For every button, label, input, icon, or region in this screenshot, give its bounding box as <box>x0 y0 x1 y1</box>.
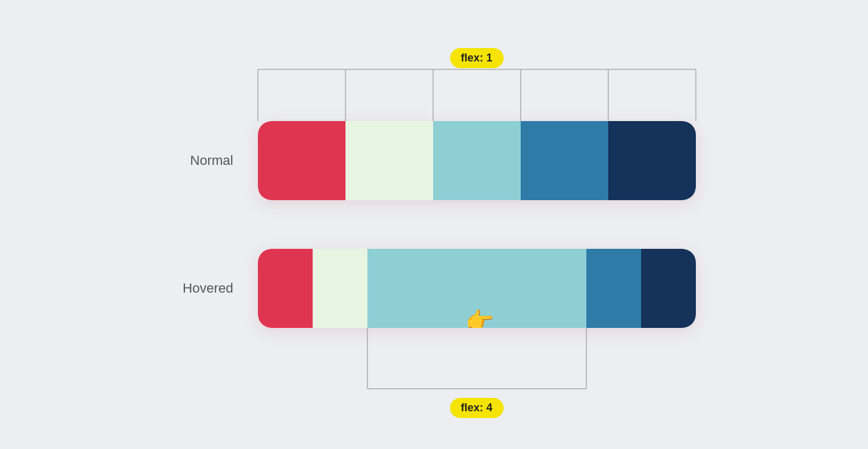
normal-badge: flex: 1 <box>450 48 503 68</box>
normal-seg-1 <box>258 121 345 200</box>
hovered-label: Hovered <box>161 280 234 296</box>
hovered-seg-3: 👉 <box>367 249 586 328</box>
normal-seg-4 <box>521 121 608 200</box>
hovered-seg-4 <box>586 249 641 328</box>
hovered-row: Hovered 👉 <box>161 249 696 328</box>
main-container: Normal flex: 1 <box>161 121 708 328</box>
normal-seg-5 <box>608 121 696 200</box>
hovered-bar-wrapper: 👉 flex: 4 <box>258 249 696 328</box>
normal-bar <box>258 121 696 200</box>
normal-seg-3 <box>433 121 521 200</box>
hovered-seg-2 <box>313 249 367 328</box>
hovered-bar: 👉 <box>258 249 696 328</box>
cursor-icon: 👉 <box>465 307 494 328</box>
normal-annotation-lines <box>258 63 696 121</box>
hovered-seg-5 <box>641 249 696 328</box>
normal-label: Normal <box>161 153 234 169</box>
hovered-seg-1 <box>258 249 313 328</box>
normal-bar-wrapper: flex: 1 <box>258 121 696 200</box>
normal-row: Normal flex: 1 <box>161 121 696 200</box>
hovered-annotation-lines <box>258 328 696 398</box>
normal-seg-2 <box>345 121 433 200</box>
hovered-badge: flex: 4 <box>450 398 503 418</box>
